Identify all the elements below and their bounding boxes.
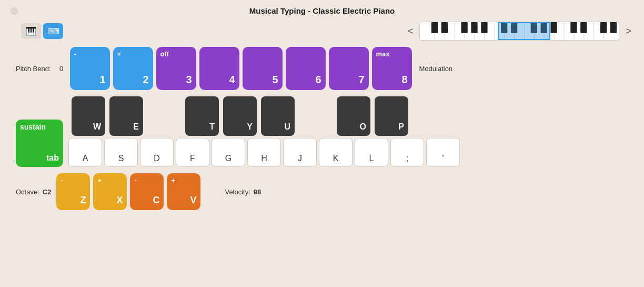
svg-rect-23 (481, 22, 488, 33)
title-bar: Musical Typing - Classic Electric Piano (0, 0, 644, 19)
pitch-bend-label: Pitch Bend: (16, 65, 51, 73)
svg-rect-20 (441, 22, 448, 33)
pitch-btn-3-top: off (160, 50, 169, 58)
velocity-value: 98 (254, 188, 261, 196)
pitch-btn-3-bottom: 3 (186, 74, 192, 86)
main-content: Pitch Bend: 0 - 1 + 2 off 3 4 5 6 (0, 47, 644, 287)
svg-rect-31 (600, 22, 607, 33)
octave-btn-z[interactable]: - Z (56, 173, 90, 210)
pitch-bend-value: 0 (56, 65, 67, 73)
key-f[interactable]: F (176, 138, 209, 167)
pitch-btn-2[interactable]: + 2 (113, 47, 153, 90)
key-u[interactable]: U (261, 96, 295, 136)
sustain-key-label: tab (46, 153, 59, 163)
key-g[interactable]: G (212, 138, 245, 167)
pitch-btn-8[interactable]: max 8 (372, 47, 412, 90)
octave-btn-v-bottom: V (190, 195, 196, 206)
pitch-btn-1[interactable]: - 1 (70, 47, 110, 90)
octave-btn-x[interactable]: + X (93, 173, 127, 210)
modulation-label: Modulation (419, 65, 453, 73)
pitch-btn-3[interactable]: off 3 (156, 47, 196, 90)
key-p[interactable]: P (375, 96, 408, 136)
pitch-btn-6[interactable]: 6 (286, 47, 326, 90)
piano-strip (419, 22, 619, 41)
window-title: Musical Typing - Classic Electric Piano (249, 6, 395, 15)
spacer-r (146, 96, 182, 136)
key-h[interactable]: H (247, 138, 281, 167)
key-a[interactable]: A (68, 138, 102, 167)
svg-rect-21 (461, 22, 468, 33)
octave-btn-v-top: + (171, 176, 175, 184)
pitch-bend-row: Pitch Bend: 0 - 1 + 2 off 3 4 5 6 (16, 47, 628, 90)
pitch-btn-6-bottom: 6 (315, 74, 321, 86)
pitch-btn-1-bottom: 1 (99, 74, 105, 86)
velocity-label: Velocity: (225, 188, 250, 196)
key-y[interactable]: Y (223, 96, 257, 136)
octave-btn-z-top: - (61, 176, 63, 184)
toolbar: 🎹 ⌨ < (0, 19, 644, 47)
key-l[interactable]: L (355, 138, 388, 167)
svg-rect-19 (431, 22, 438, 33)
pitch-btn-8-top: max (376, 50, 390, 58)
pitch-btn-1-top: - (74, 50, 76, 58)
octave-btn-x-bottom: X (116, 195, 123, 206)
nav-right-button[interactable]: > (623, 26, 633, 37)
svg-rect-28 (551, 22, 557, 33)
octave-btn-c-top: - (134, 176, 136, 184)
keyboard-view-button[interactable]: ⌨ (43, 23, 63, 39)
pitch-btn-4-bottom: 4 (229, 74, 235, 86)
key-o[interactable]: O (337, 96, 370, 136)
spacer-k (298, 96, 334, 136)
pitch-btn-8-bottom: 8 (401, 74, 407, 86)
sustain-button[interactable]: sustain tab (16, 120, 63, 167)
pitch-btn-2-top: + (117, 50, 122, 58)
toolbar-left: 🎹 ⌨ (21, 23, 63, 39)
octave-btn-c[interactable]: - C (130, 173, 164, 210)
pitch-btn-2-bottom: 2 (143, 74, 148, 86)
octave-btn-z-bottom: Z (80, 195, 86, 206)
pitch-btn-4[interactable]: 4 (199, 47, 239, 90)
pitch-btn-7[interactable]: 7 (329, 47, 369, 90)
octave-btn-c-bottom: C (153, 195, 159, 206)
pitch-btn-7-bottom: 7 (358, 74, 364, 86)
key-d[interactable]: D (140, 138, 174, 167)
close-button[interactable] (11, 7, 18, 15)
svg-rect-30 (581, 22, 587, 33)
octave-btn-x-top: + (97, 176, 102, 184)
key-s[interactable]: S (104, 138, 138, 167)
svg-rect-22 (471, 22, 478, 33)
piano-highlight (498, 22, 550, 40)
pitch-btn-5-bottom: 5 (272, 74, 278, 86)
key-quote[interactable]: ' (426, 138, 460, 167)
piano-view-button[interactable]: 🎹 (21, 23, 41, 39)
keyboard-nav: < (406, 22, 633, 41)
octave-btn-v[interactable]: + V (167, 173, 200, 210)
key-k[interactable]: K (319, 138, 353, 167)
key-semicolon[interactable]: ; (390, 138, 424, 167)
spacer-quote (411, 96, 447, 136)
octave-label: Octave: (16, 188, 39, 196)
bottom-row: Octave: C2 - Z + X - C + V Velocity: 98 (16, 173, 628, 210)
svg-rect-29 (571, 22, 577, 33)
octave-value: C2 (43, 188, 52, 196)
pitch-btn-5[interactable]: 5 (243, 47, 283, 90)
nav-left-button[interactable]: < (406, 26, 416, 37)
key-w[interactable]: W (72, 96, 105, 136)
window-controls (11, 7, 18, 15)
key-j[interactable]: J (283, 138, 317, 167)
sustain-label: sustain (20, 123, 46, 131)
key-e[interactable]: E (109, 96, 143, 136)
svg-rect-32 (610, 22, 617, 33)
key-t[interactable]: T (185, 96, 219, 136)
